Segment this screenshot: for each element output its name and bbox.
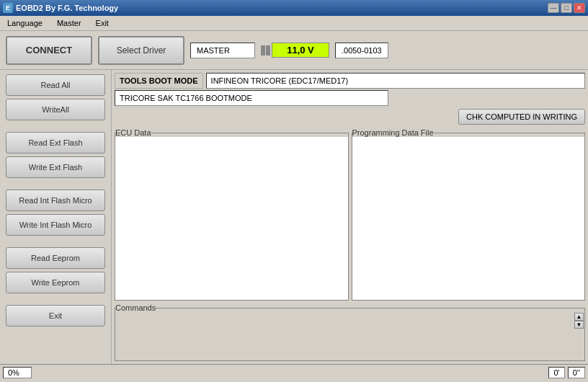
- tools-boot-label: TOOLS BOOT MODE: [115, 73, 203, 89]
- connect-button[interactable]: CONNECT: [6, 36, 92, 65]
- volt-indicator: 11,0 V: [261, 43, 329, 58]
- exit-button[interactable]: Exit: [6, 305, 105, 327]
- read-all-button[interactable]: Read All: [6, 74, 105, 96]
- tricore-value: TRICORE SAK TC1766 BOOTMODE: [115, 90, 388, 106]
- app-icon: E: [3, 3, 13, 13]
- menu-master[interactable]: Master: [53, 17, 86, 29]
- info-bar: TOOLS BOOT MODE INFINEON TRICORE (EDC17/…: [115, 73, 585, 106]
- code-value: .0050-0103: [342, 46, 382, 55]
- commands-legend: Commands: [115, 303, 156, 312]
- volt-bar-1: [261, 45, 265, 55]
- tools-boot-value: INFINEON TRICORE (EDC17/MED17): [206, 73, 585, 89]
- minimize-button[interactable]: —: [548, 3, 559, 13]
- chk-button[interactable]: CHK COMPUTED IN WRITING: [458, 109, 585, 125]
- menu-language[interactable]: Language: [3, 17, 47, 29]
- volt-value: 11,0 V: [272, 43, 329, 58]
- write-int-flash-button[interactable]: Write Int Flash Micro: [6, 214, 105, 236]
- sidebar: Read All WriteAll Read Ext Flash Write E…: [0, 70, 112, 364]
- read-eeprom-button[interactable]: Read Eeprom: [6, 247, 105, 269]
- volt-bars: [261, 45, 270, 55]
- maximize-button[interactable]: □: [561, 3, 572, 13]
- close-button[interactable]: ✕: [574, 3, 585, 13]
- window-controls: — □ ✕: [548, 3, 585, 13]
- code-display: .0050-0103: [335, 43, 388, 58]
- programming-data-legend: Programming Data File: [352, 128, 434, 137]
- data-panels: ECU Data Programming Data File: [115, 128, 585, 301]
- master-text: MASTER: [197, 46, 230, 55]
- read-int-flash-button[interactable]: Read Int Flash Micro: [6, 190, 105, 211]
- write-ext-flash-button[interactable]: Write Ext Flash: [6, 156, 105, 178]
- status-percent: 0%: [3, 367, 32, 378]
- menu-bar: Language Master Exit: [0, 16, 588, 31]
- ecu-data-legend: ECU Data: [115, 128, 151, 137]
- read-ext-flash-button[interactable]: Read Ext Flash: [6, 132, 105, 154]
- ecu-data-content: [115, 137, 348, 300]
- programming-data-content: [352, 137, 585, 300]
- select-driver-button[interactable]: Select Driver: [98, 36, 184, 65]
- top-bar: CONNECT Select Driver MASTER 11,0 V .005…: [0, 31, 588, 70]
- sidebar-spacer-3: [6, 239, 105, 244]
- right-panel: TOOLS BOOT MODE INFINEON TRICORE (EDC17/…: [112, 70, 588, 364]
- window-title: EOBD2 By F.G. Technology: [16, 4, 118, 12]
- status-time1: 0': [548, 367, 564, 378]
- status-time2: 0'': [568, 367, 585, 378]
- scroll-down-arrow[interactable]: ▼: [574, 321, 584, 329]
- main-container: CONNECT Select Driver MASTER 11,0 V .005…: [0, 31, 588, 380]
- scroll-up-arrow[interactable]: ▲: [574, 313, 584, 321]
- status-bar: 0% 0' 0'': [0, 364, 588, 380]
- sidebar-spacer-2: [6, 181, 105, 187]
- menu-exit[interactable]: Exit: [92, 17, 113, 29]
- volt-bar-2: [266, 45, 270, 55]
- tricore-row: TRICORE SAK TC1766 BOOTMODE: [115, 90, 585, 106]
- write-all-button[interactable]: WriteAll: [6, 99, 105, 120]
- sidebar-spacer-4: [6, 296, 105, 302]
- content-area: Read All WriteAll Read Ext Flash Write E…: [0, 70, 588, 364]
- tools-boot-row: TOOLS BOOT MODE INFINEON TRICORE (EDC17/…: [115, 73, 585, 89]
- write-eeprom-button[interactable]: Write Eeprom: [6, 272, 105, 293]
- sidebar-spacer-1: [6, 123, 105, 129]
- title-bar-left: E EOBD2 By F.G. Technology: [3, 3, 118, 13]
- master-display: MASTER: [190, 43, 255, 58]
- title-bar: E EOBD2 By F.G. Technology — □ ✕: [0, 0, 588, 16]
